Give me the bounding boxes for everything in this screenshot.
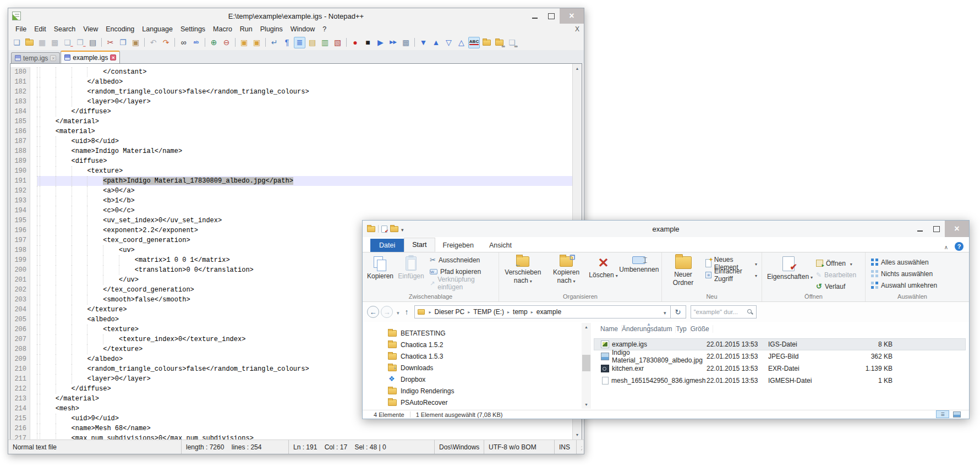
code-line[interactable]: 192<a>0</a> xyxy=(10,186,572,196)
code-line[interactable]: 194<c>0</c> xyxy=(10,206,572,216)
stop-recording-icon[interactable]: ■ xyxy=(362,37,374,48)
show-all-characters-icon[interactable]: ¶ xyxy=(281,37,293,48)
large-icons-view-button[interactable] xyxy=(950,410,963,418)
tab-freigeben[interactable]: Freigeben xyxy=(435,239,481,252)
tab-close-icon[interactable]: × xyxy=(110,54,116,61)
word-wrap-icon[interactable]: ↵ xyxy=(269,37,280,48)
address-dropdown-icon[interactable] xyxy=(660,307,670,317)
select-all-button[interactable]: Alles auswählen xyxy=(869,256,939,268)
uncollapse-current-level-icon[interactable]: △ xyxy=(456,37,467,48)
nav-item[interactable]: Dropbox xyxy=(363,373,594,385)
refresh-button[interactable] xyxy=(671,305,686,318)
spell-check-icon[interactable]: ABC xyxy=(468,37,480,48)
print-icon[interactable]: ▤ xyxy=(87,37,98,48)
undo-icon[interactable]: ↶ xyxy=(147,37,159,48)
new-folder-button[interactable]: Neuer Ordner xyxy=(664,254,702,289)
code-line[interactable]: 193<b>1</b> xyxy=(10,196,572,206)
function-list-icon[interactable]: ▤ xyxy=(306,37,318,48)
redo-icon[interactable]: ↷ xyxy=(160,37,172,48)
code-line[interactable]: 182<random_triangle_colours>false</rando… xyxy=(10,87,572,97)
menu-item[interactable]: Run xyxy=(236,24,256,34)
scrollbar-thumb[interactable] xyxy=(582,355,590,371)
menu-item[interactable]: Encoding xyxy=(102,24,138,34)
code-line[interactable]: 191<path>Indigo Material_17830809_albedo… xyxy=(10,176,572,186)
invert-selection-button[interactable]: Auswahl umkehren xyxy=(869,279,939,291)
editor-tab[interactable]: temp.igs × xyxy=(11,52,60,63)
code-line[interactable]: 184</diffuse> xyxy=(10,107,572,117)
history-button[interactable]: Verlauf xyxy=(814,281,858,292)
menu-close-x[interactable]: X xyxy=(575,25,579,33)
file-row[interactable]: kitchen.exr 22.01.2015 13:53 EXR-Datei 1… xyxy=(594,362,966,375)
paste-icon[interactable]: ▣ xyxy=(130,37,141,48)
code-line[interactable]: 186<material> xyxy=(10,127,572,136)
easy-access-button[interactable]: Einfacher Zugriff xyxy=(703,269,759,281)
details-view-button[interactable] xyxy=(936,410,949,418)
code-line[interactable]: 187<uid>8</uid> xyxy=(10,136,572,146)
tab-datei[interactable]: Datei xyxy=(370,239,404,252)
move-to-button[interactable]: ← Verschieben nach xyxy=(501,254,545,287)
file-row[interactable]: mesh_1651542950_836.igmesh 22.01.2015 13… xyxy=(594,375,966,387)
maximize-button[interactable] xyxy=(543,8,560,24)
nav-item[interactable]: Chaotica 1.5.2 xyxy=(363,339,594,350)
nav-scrollbar[interactable]: ▲ ▼ xyxy=(582,323,591,409)
menu-item[interactable]: Language xyxy=(138,24,177,34)
code-line[interactable]: 180</constant> xyxy=(10,67,572,77)
document-monitor-icon[interactable]: ❏∞ xyxy=(506,37,518,48)
copy-icon[interactable]: ❐ xyxy=(117,37,129,48)
explorer-titlebar[interactable]: ✔ example xyxy=(363,221,969,237)
resize-grip[interactable] xyxy=(581,444,582,452)
playback-macro-icon[interactable]: ▶ xyxy=(375,37,386,48)
record-macro-icon[interactable]: ● xyxy=(349,37,361,48)
menu-item[interactable]: Settings xyxy=(177,24,209,34)
column-header[interactable]: Größe xyxy=(691,325,713,333)
up-button[interactable] xyxy=(402,307,412,317)
document-map-icon[interactable]: ▥ xyxy=(319,37,331,48)
column-header[interactable]: Typ xyxy=(676,325,690,333)
editor-tab[interactable]: example.igs × xyxy=(61,51,120,63)
nav-item[interactable]: Chaotica 1.5.3 xyxy=(363,350,594,362)
code-line[interactable]: 189<diffuse> xyxy=(10,156,572,166)
collapse-current-level-icon[interactable]: ▽ xyxy=(443,37,455,48)
close-button[interactable] xyxy=(560,8,584,24)
copy-button[interactable]: Kopieren xyxy=(365,254,396,283)
code-line[interactable]: 216<name>Mesh 68</name> xyxy=(10,424,572,433)
indent-guide-icon[interactable]: ≣ xyxy=(294,37,305,48)
code-line[interactable]: 183<layer>0</layer> xyxy=(10,97,572,107)
minimize-button[interactable] xyxy=(912,221,928,237)
copy-to-button[interactable]: ❐ Kopieren nach xyxy=(545,254,588,287)
delete-button[interactable]: Löschen xyxy=(588,254,618,282)
nav-item[interactable]: BETATESTING xyxy=(363,327,594,339)
scroll-down-icon[interactable]: ▼ xyxy=(573,430,582,439)
menu-item[interactable]: Edit xyxy=(30,24,50,34)
scroll-up-icon[interactable]: ▲ xyxy=(573,64,582,73)
menu-item[interactable]: File xyxy=(12,24,30,34)
properties-button[interactable]: ✔ Eigenschaften xyxy=(764,254,813,283)
select-none-button[interactable]: Nichts auswählen xyxy=(869,268,939,279)
breadcrumb[interactable]: Dieser PCTEMP (E:)tempexample xyxy=(414,305,671,318)
maximize-button[interactable] xyxy=(928,221,945,237)
fold-all-icon[interactable]: ▼ xyxy=(418,37,429,48)
back-button[interactable] xyxy=(367,306,379,318)
replace-icon[interactable]: ab xyxy=(190,37,202,48)
close-button[interactable] xyxy=(945,221,969,237)
code-line[interactable]: 190<texture> xyxy=(10,166,572,176)
open-button[interactable]: Öffnen xyxy=(814,257,858,269)
breadcrumb-item[interactable]: temp xyxy=(513,308,528,316)
menu-item[interactable]: Search xyxy=(50,24,80,34)
nav-item[interactable]: PSAutoRecover xyxy=(363,397,594,408)
rename-button[interactable]: Umbenennen xyxy=(619,254,659,276)
tab-close-icon[interactable]: × xyxy=(50,55,56,61)
cut-button[interactable]: Ausschneiden xyxy=(428,254,496,266)
tab-start[interactable]: Start xyxy=(404,238,435,252)
nav-item[interactable]: Indigo Renderings xyxy=(363,385,594,397)
folder-as-workspace-icon[interactable]: ∞ xyxy=(494,37,505,48)
breadcrumb-item[interactable]: Dieser PC xyxy=(435,308,465,316)
breadcrumb-item[interactable]: TEMP (E:) xyxy=(473,308,504,316)
menu-item[interactable]: View xyxy=(79,24,102,34)
sync-horizontal-scrolling-icon[interactable]: ▣ xyxy=(251,37,262,48)
menu-item[interactable]: Plugins xyxy=(256,24,287,34)
code-line[interactable]: 181</albedo> xyxy=(10,77,572,87)
run-macro-multiple-times-icon[interactable]: ▶▶ xyxy=(387,37,399,48)
menu-item[interactable]: Macro xyxy=(209,24,236,34)
close-document-icon[interactable]: ❏− xyxy=(62,37,73,48)
